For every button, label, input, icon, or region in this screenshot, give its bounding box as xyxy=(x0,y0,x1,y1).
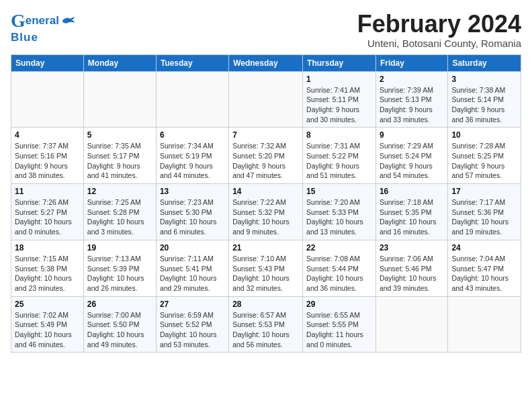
day-number: 7 xyxy=(232,130,299,140)
day-number: 28 xyxy=(232,300,299,309)
day-info: Sunrise: 7:38 AMSunset: 5:14 PMDaylight:… xyxy=(451,85,517,125)
calendar-week-row: 18Sunrise: 7:15 AMSunset: 5:38 PMDayligh… xyxy=(11,240,521,296)
day-number: 18 xyxy=(15,243,80,253)
day-info: Sunrise: 7:02 AMSunset: 5:49 PMDaylight:… xyxy=(15,310,80,350)
main-title: February 2024 xyxy=(357,11,521,38)
day-number: 25 xyxy=(15,300,80,309)
calendar-header-row: Sunday Monday Tuesday Wednesday Thursday… xyxy=(11,54,521,71)
day-info: Sunrise: 7:31 AMSunset: 5:22 PMDaylight:… xyxy=(306,141,372,181)
calendar-cell: 6Sunrise: 7:34 AMSunset: 5:19 PMDaylight… xyxy=(156,128,228,184)
day-info: Sunrise: 7:29 AMSunset: 5:24 PMDaylight:… xyxy=(380,141,444,181)
calendar-cell: 21Sunrise: 7:10 AMSunset: 5:43 PMDayligh… xyxy=(229,240,303,296)
day-number: 6 xyxy=(160,130,225,140)
day-number: 23 xyxy=(380,243,444,253)
day-number: 3 xyxy=(451,75,517,84)
calendar-cell: 12Sunrise: 7:25 AMSunset: 5:28 PMDayligh… xyxy=(83,184,156,240)
calendar-week-row: 25Sunrise: 7:02 AMSunset: 5:49 PMDayligh… xyxy=(11,296,521,353)
page-header: G eneral Blue February 2024 Unteni, Boto… xyxy=(11,11,521,49)
calendar-cell: 1Sunrise: 7:41 AMSunset: 5:11 PMDaylight… xyxy=(303,71,376,128)
day-number: 1 xyxy=(306,75,372,84)
col-sunday: Sunday xyxy=(11,54,84,71)
calendar-cell: 4Sunrise: 7:37 AMSunset: 5:16 PMDaylight… xyxy=(11,128,84,184)
day-info: Sunrise: 7:41 AMSunset: 5:11 PMDaylight:… xyxy=(306,85,372,125)
day-info: Sunrise: 7:11 AMSunset: 5:41 PMDaylight:… xyxy=(160,254,225,293)
day-info: Sunrise: 7:22 AMSunset: 5:32 PMDaylight:… xyxy=(232,197,299,237)
day-number: 24 xyxy=(451,243,517,253)
day-number: 20 xyxy=(160,243,225,253)
calendar-week-row: 4Sunrise: 7:37 AMSunset: 5:16 PMDaylight… xyxy=(11,128,521,184)
day-info: Sunrise: 7:18 AMSunset: 5:35 PMDaylight:… xyxy=(380,197,444,237)
calendar-cell xyxy=(83,71,156,128)
day-info: Sunrise: 7:35 AMSunset: 5:17 PMDaylight:… xyxy=(87,141,152,181)
title-area: February 2024 Unteni, Botosani County, R… xyxy=(357,11,521,49)
day-number: 21 xyxy=(232,243,299,253)
day-info: Sunrise: 7:13 AMSunset: 5:39 PMDaylight:… xyxy=(87,254,152,293)
logo: G eneral Blue xyxy=(11,11,76,44)
calendar-cell: 19Sunrise: 7:13 AMSunset: 5:39 PMDayligh… xyxy=(83,240,156,296)
day-number: 10 xyxy=(451,130,517,140)
day-number: 12 xyxy=(87,187,152,196)
calendar-cell: 18Sunrise: 7:15 AMSunset: 5:38 PMDayligh… xyxy=(11,240,84,296)
calendar-cell: 13Sunrise: 7:23 AMSunset: 5:30 PMDayligh… xyxy=(156,184,228,240)
col-thursday: Thursday xyxy=(303,54,376,71)
col-friday: Friday xyxy=(375,54,447,71)
calendar-cell: 17Sunrise: 7:17 AMSunset: 5:36 PMDayligh… xyxy=(448,184,521,240)
logo-g: G xyxy=(11,11,26,32)
day-info: Sunrise: 7:25 AMSunset: 5:28 PMDaylight:… xyxy=(87,197,152,237)
day-info: Sunrise: 7:39 AMSunset: 5:13 PMDaylight:… xyxy=(380,85,444,125)
calendar-cell: 20Sunrise: 7:11 AMSunset: 5:41 PMDayligh… xyxy=(156,240,228,296)
day-info: Sunrise: 7:23 AMSunset: 5:30 PMDaylight:… xyxy=(160,197,225,237)
day-number: 8 xyxy=(306,130,372,140)
calendar-cell: 27Sunrise: 6:59 AMSunset: 5:52 PMDayligh… xyxy=(156,296,228,353)
day-info: Sunrise: 7:37 AMSunset: 5:16 PMDaylight:… xyxy=(15,141,80,181)
calendar-week-row: 11Sunrise: 7:26 AMSunset: 5:27 PMDayligh… xyxy=(11,184,521,240)
day-number: 29 xyxy=(306,300,372,309)
calendar-cell: 25Sunrise: 7:02 AMSunset: 5:49 PMDayligh… xyxy=(11,296,84,353)
day-info: Sunrise: 7:04 AMSunset: 5:47 PMDaylight:… xyxy=(451,254,517,293)
day-info: Sunrise: 6:57 AMSunset: 5:53 PMDaylight:… xyxy=(232,310,299,350)
day-number: 11 xyxy=(15,187,80,196)
day-number: 16 xyxy=(380,187,444,196)
calendar-cell: 22Sunrise: 7:08 AMSunset: 5:44 PMDayligh… xyxy=(303,240,376,296)
calendar-cell: 23Sunrise: 7:06 AMSunset: 5:46 PMDayligh… xyxy=(375,240,447,296)
day-info: Sunrise: 7:26 AMSunset: 5:27 PMDaylight:… xyxy=(15,197,80,237)
calendar-week-row: 1Sunrise: 7:41 AMSunset: 5:11 PMDaylight… xyxy=(11,71,521,128)
day-info: Sunrise: 6:59 AMSunset: 5:52 PMDaylight:… xyxy=(160,310,225,350)
calendar-cell: 26Sunrise: 7:00 AMSunset: 5:50 PMDayligh… xyxy=(83,296,156,353)
day-info: Sunrise: 7:08 AMSunset: 5:44 PMDaylight:… xyxy=(306,254,372,293)
day-info: Sunrise: 7:00 AMSunset: 5:50 PMDaylight:… xyxy=(87,310,152,350)
calendar-cell xyxy=(11,71,84,128)
calendar-cell xyxy=(229,71,303,128)
day-info: Sunrise: 7:06 AMSunset: 5:46 PMDaylight:… xyxy=(380,254,444,293)
calendar-cell: 14Sunrise: 7:22 AMSunset: 5:32 PMDayligh… xyxy=(229,184,303,240)
calendar-cell xyxy=(375,296,447,353)
calendar-cell: 7Sunrise: 7:32 AMSunset: 5:20 PMDaylight… xyxy=(229,128,303,184)
subtitle: Unteni, Botosani County, Romania xyxy=(357,38,521,49)
calendar-cell: 16Sunrise: 7:18 AMSunset: 5:35 PMDayligh… xyxy=(375,184,447,240)
calendar-cell xyxy=(156,71,228,128)
day-number: 14 xyxy=(232,187,299,196)
calendar-cell: 5Sunrise: 7:35 AMSunset: 5:17 PMDaylight… xyxy=(83,128,156,184)
calendar-cell: 2Sunrise: 7:39 AMSunset: 5:13 PMDaylight… xyxy=(375,71,447,128)
calendar-cell: 8Sunrise: 7:31 AMSunset: 5:22 PMDaylight… xyxy=(303,128,376,184)
col-tuesday: Tuesday xyxy=(156,54,228,71)
day-info: Sunrise: 7:10 AMSunset: 5:43 PMDaylight:… xyxy=(232,254,299,293)
calendar-table: Sunday Monday Tuesday Wednesday Thursday… xyxy=(11,54,521,353)
day-number: 26 xyxy=(87,300,152,309)
logo-bird-icon xyxy=(61,15,76,27)
calendar-cell: 28Sunrise: 6:57 AMSunset: 5:53 PMDayligh… xyxy=(229,296,303,353)
day-number: 9 xyxy=(380,130,444,140)
calendar-cell xyxy=(448,296,521,353)
day-number: 19 xyxy=(87,243,152,253)
calendar-cell: 11Sunrise: 7:26 AMSunset: 5:27 PMDayligh… xyxy=(11,184,84,240)
day-number: 27 xyxy=(160,300,225,309)
col-saturday: Saturday xyxy=(448,54,521,71)
day-info: Sunrise: 7:32 AMSunset: 5:20 PMDaylight:… xyxy=(232,141,299,181)
logo-eneral: eneral xyxy=(26,15,59,28)
calendar-cell: 24Sunrise: 7:04 AMSunset: 5:47 PMDayligh… xyxy=(448,240,521,296)
calendar-cell: 10Sunrise: 7:28 AMSunset: 5:25 PMDayligh… xyxy=(448,128,521,184)
day-info: Sunrise: 7:15 AMSunset: 5:38 PMDaylight:… xyxy=(15,254,80,293)
day-number: 17 xyxy=(451,187,517,196)
day-number: 13 xyxy=(160,187,225,196)
day-number: 2 xyxy=(380,75,444,84)
